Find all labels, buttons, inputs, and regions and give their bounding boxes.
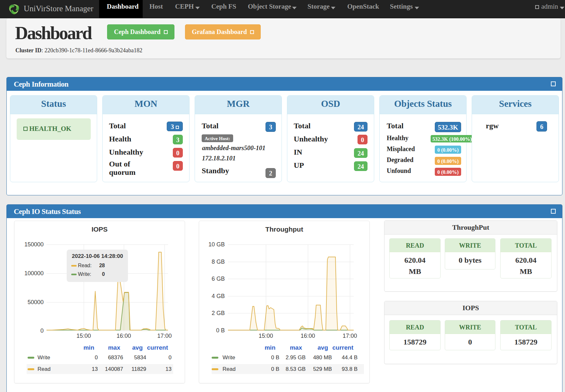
svg-text:4 GB: 4 GB — [212, 293, 225, 299]
svg-text:8 GB: 8 GB — [212, 259, 225, 265]
svg-text:16:00: 16:00 — [300, 333, 315, 339]
svg-text:0: 0 — [40, 328, 44, 334]
svg-text:10 GB: 10 GB — [208, 241, 225, 248]
svg-text:100000: 100000 — [24, 270, 44, 277]
svg-text:17:00: 17:00 — [157, 333, 172, 339]
svg-text:150000: 150000 — [24, 241, 44, 248]
svg-text:0 B: 0 B — [216, 327, 225, 334]
svg-text:16:00: 16:00 — [116, 333, 131, 339]
svg-text:15:00: 15:00 — [258, 333, 273, 339]
svg-text:2 GB: 2 GB — [212, 310, 225, 316]
svg-text:6 GB: 6 GB — [212, 276, 225, 282]
svg-text:17:00: 17:00 — [342, 333, 357, 339]
svg-text:50000: 50000 — [28, 299, 44, 305]
svg-text:15:00: 15:00 — [76, 333, 91, 339]
